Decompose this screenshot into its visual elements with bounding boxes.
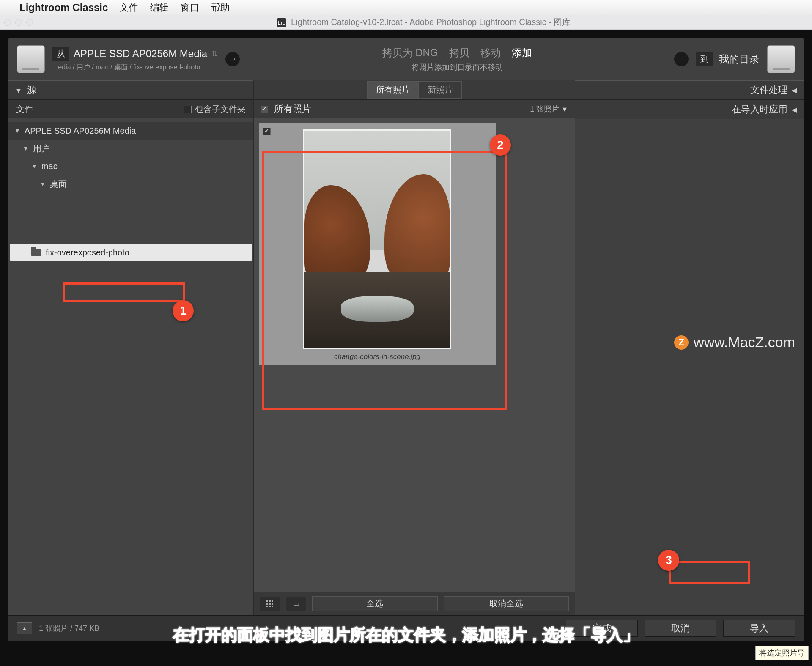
thumbnail-image[interactable] <box>303 129 451 349</box>
menu-file[interactable]: 文件 <box>120 1 138 14</box>
tree-folder-mac[interactable]: ▼mac <box>8 157 253 175</box>
folder-tree: ▼APPLE SSD AP0256M Media ▼用户 ▼mac ▼桌面 fi… <box>8 118 253 615</box>
destination-label[interactable]: 我的目录 <box>719 52 760 66</box>
tree-folder-selected[interactable]: fix-overexposed-photo <box>10 244 252 261</box>
select-all-button[interactable]: 全选 <box>312 596 438 611</box>
apply-on-import-panel-header[interactable]: 在导入时应用◀ <box>575 100 804 119</box>
tree-folder-users[interactable]: ▼用户 <box>8 140 253 157</box>
mode-add[interactable]: 添加 <box>512 46 532 60</box>
source-panel-header[interactable]: ▼ 源 <box>8 80 253 100</box>
tab-all-photos[interactable]: 所有照片 <box>367 81 419 99</box>
arrow-right-icon[interactable]: → <box>225 52 240 66</box>
sort-menu-icon[interactable]: ▼ <box>561 106 568 113</box>
thumbnail-checkbox[interactable] <box>263 128 271 135</box>
watermark: Z www.MacZ.com <box>674 334 795 351</box>
tab-new-photos[interactable]: 新照片 <box>419 81 462 99</box>
folder-icon <box>31 249 41 256</box>
mode-move[interactable]: 移动 <box>480 46 501 60</box>
traffic-lights[interactable] <box>4 19 33 26</box>
mode-copy[interactable]: 拷贝 <box>449 46 469 60</box>
menu-help[interactable]: 帮助 <box>211 1 230 14</box>
menu-edit[interactable]: 编辑 <box>150 1 169 14</box>
thumbnail-cell[interactable]: change-colors-in-scene.jpg <box>259 123 496 365</box>
app-icon: Lrc <box>277 18 286 27</box>
file-handling-panel-header[interactable]: 文件处理◀ <box>575 80 804 100</box>
grid-select-all-checkbox[interactable]: ✔ 所有照片 <box>261 103 311 115</box>
tree-folder-desktop[interactable]: ▼桌面 <box>8 175 253 193</box>
annotation-badge-3: 3 <box>658 550 679 571</box>
window-title: Lightroom Catalog-v10-2.lrcat - Adobe Ph… <box>291 17 571 27</box>
destination-drive-icon <box>767 45 795 73</box>
tooltip: 将选定照片导 <box>755 646 809 660</box>
annotation-badge-1: 1 <box>173 300 194 321</box>
source-drive-name[interactable]: APPLE SSD AP0256M Media <box>74 48 207 60</box>
annotation-caption: 在打开的面板中找到图片所在的文件夹，添加照片，选择「导入」 <box>0 624 812 646</box>
menu-window[interactable]: 窗口 <box>181 1 199 14</box>
loupe-view-button[interactable]: ▭ <box>286 597 306 611</box>
mac-menubar: Lightroom Classic 文件 编辑 窗口 帮助 <box>0 0 812 15</box>
thumbnail-filename: change-colors-in-scene.jpg <box>265 353 490 361</box>
grid-view-button[interactable] <box>260 597 280 611</box>
mode-subtitle: 将照片添加到目录而不移动 <box>411 62 503 72</box>
watermark-badge-icon: Z <box>674 335 689 350</box>
chevron-updown-icon[interactable]: ⇅ <box>211 49 218 58</box>
deselect-all-button[interactable]: 取消全选 <box>444 596 569 611</box>
tree-volume[interactable]: ▼APPLE SSD AP0256M Media <box>8 122 253 140</box>
include-subfolders-checkbox[interactable]: 包含子文件夹 <box>184 104 246 115</box>
to-label: 到 <box>696 52 713 66</box>
photo-count: 1 张照片 <box>530 105 559 113</box>
files-label: 文件 <box>16 104 33 115</box>
mode-copy-dng[interactable]: 拷贝为 DNG <box>382 46 438 60</box>
annotation-badge-2: 2 <box>490 134 511 156</box>
source-path: ...edia / 用户 / mac / 桌面 / fix-overexpose… <box>52 63 218 72</box>
source-drive-icon <box>17 45 45 73</box>
from-label: 从 <box>52 47 69 61</box>
app-menu[interactable]: Lightroom Classic <box>19 2 108 14</box>
window-titlebar: Lrc Lightroom Catalog-v10-2.lrcat - Adob… <box>0 15 812 30</box>
arrow-right-icon[interactable]: → <box>674 52 689 66</box>
